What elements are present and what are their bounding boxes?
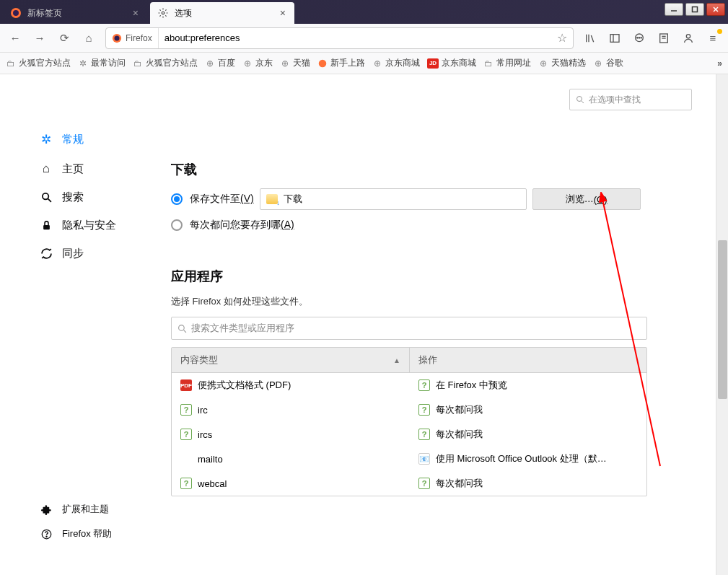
search-icon xyxy=(39,191,53,203)
window-controls xyxy=(665,3,725,16)
sidebar-toggle-button[interactable] xyxy=(604,27,626,49)
bookmark-item[interactable]: JD京东商城 xyxy=(427,57,476,69)
question-icon: ? xyxy=(418,379,430,391)
column-header-action[interactable]: 操作 xyxy=(410,348,646,372)
question-icon: ? xyxy=(180,429,192,440)
bookmark-item[interactable]: ✲最常访问 xyxy=(78,57,126,69)
bookmark-item[interactable]: ⊕天猫精选 xyxy=(538,57,586,69)
applications-table: 内容类型 ▲ 操作 PDF便携式文档格式 (PDF) ?在 Firefox 中预… xyxy=(171,347,647,496)
table-row[interactable]: mailto 📧使用 Microsoft Office Outlook 处理（默… xyxy=(172,447,646,471)
url-bar[interactable]: Firefox ☆ xyxy=(105,27,574,49)
preferences-content: ✲ 常规 ⌂ 主页 搜索 隐私与安全 同步 扩展和主题 Firefox 帮助 xyxy=(0,74,728,575)
download-ask-row: 每次都问您要存到哪(A) xyxy=(171,219,692,232)
sidebar-item-privacy[interactable]: 隐私与安全 xyxy=(0,211,171,240)
bookmark-item[interactable]: ⊕百度 xyxy=(205,57,235,69)
nav-toolbar: ← → ⟳ ⌂ Firefox ☆ ≡ xyxy=(0,24,728,53)
sidebar-item-label: 搜索 xyxy=(62,190,84,204)
home-button[interactable]: ⌂ xyxy=(78,27,100,49)
window-titlebar: 新标签页 × 选项 × xyxy=(0,0,728,24)
svg-point-2 xyxy=(162,12,165,14)
browse-button[interactable]: 浏览…(O) xyxy=(532,188,641,210)
radio-label: 保存文件至(V) xyxy=(190,193,254,206)
browser-tab-inactive[interactable]: 新标签页 × xyxy=(3,2,147,24)
bookmark-item[interactable]: ⊕京东 xyxy=(242,57,273,69)
radio-always-ask[interactable] xyxy=(171,219,183,231)
svg-point-23 xyxy=(42,193,48,200)
forward-button[interactable]: → xyxy=(29,27,51,49)
menu-button[interactable]: ≡ xyxy=(702,27,724,49)
preferences-sidebar: ✲ 常规 ⌂ 主页 搜索 隐私与安全 同步 扩展和主题 Firefox 帮助 xyxy=(0,74,171,575)
sidebar-item-help[interactable]: Firefox 帮助 xyxy=(0,522,171,546)
sort-indicator-icon: ▲ xyxy=(393,356,400,364)
bookmark-item[interactable]: 🗀火狐官方站点 xyxy=(133,57,198,69)
url-input[interactable] xyxy=(159,28,551,48)
outlook-icon: 📧 xyxy=(418,453,430,465)
sidebar-item-extensions[interactable]: 扩展和主题 xyxy=(0,497,171,522)
help-icon xyxy=(39,529,53,540)
bookmark-item[interactable]: 🗀火狐官方站点 xyxy=(6,57,71,69)
bookmark-item[interactable]: 新手上路 xyxy=(317,57,365,69)
browser-tab-active[interactable]: 选项 × xyxy=(150,2,294,24)
question-icon: ? xyxy=(418,478,430,489)
download-path-field[interactable]: 下载 xyxy=(260,188,527,210)
chat-icon[interactable] xyxy=(628,27,650,49)
sidebar-footer: 扩展和主题 Firefox 帮助 xyxy=(0,497,171,546)
tab-title: 新标签页 xyxy=(27,7,62,19)
globe-icon: ⊕ xyxy=(242,58,253,69)
table-row[interactable]: ?irc ?每次都问我 xyxy=(172,398,646,422)
question-icon: ? xyxy=(418,429,430,440)
reload-button[interactable]: ⟳ xyxy=(53,27,75,49)
maximize-button[interactable] xyxy=(685,3,704,16)
svg-rect-4 xyxy=(693,7,698,12)
bookmark-item[interactable]: ⊕天猫 xyxy=(280,57,310,69)
minimize-button[interactable] xyxy=(665,3,683,16)
bookmark-item[interactable]: ⊕京东商城 xyxy=(372,57,420,69)
bookmarks-overflow-button[interactable]: » xyxy=(717,58,722,69)
site-identity[interactable]: Firefox xyxy=(106,28,159,48)
sidebar-item-label: 隐私与安全 xyxy=(62,219,116,232)
lock-icon xyxy=(39,219,53,232)
bookmark-item[interactable]: 🗀常用网址 xyxy=(483,57,531,69)
sidebar-item-general[interactable]: ✲ 常规 xyxy=(0,125,171,154)
firefox-favicon xyxy=(10,7,22,19)
svg-point-17 xyxy=(641,37,641,38)
applications-description: 选择 Firefox 如何处理这些文件。 xyxy=(171,295,692,308)
radio-save-to[interactable] xyxy=(171,193,183,205)
search-icon xyxy=(177,324,187,333)
tab-close-button[interactable]: × xyxy=(130,7,141,19)
table-row[interactable]: PDF便携式文档格式 (PDF) ?在 Firefox 中预览 xyxy=(172,373,646,398)
sidebar-item-home[interactable]: ⌂ 主页 xyxy=(0,154,171,183)
gear-icon: ✲ xyxy=(39,132,53,147)
tab-title: 选项 xyxy=(175,7,192,19)
scrollbar-thumb[interactable] xyxy=(718,240,727,399)
sidebar-item-search[interactable]: 搜索 xyxy=(0,183,171,211)
bookmark-star-button[interactable]: ☆ xyxy=(551,31,573,45)
preferences-search-input[interactable]: 在选项中查找 xyxy=(569,89,692,110)
column-header-type[interactable]: 内容类型 ▲ xyxy=(172,348,410,372)
table-header: 内容类型 ▲ 操作 xyxy=(172,348,646,373)
svg-point-28 xyxy=(577,97,582,102)
search-placeholder: 搜索文件类型或应用程序 xyxy=(191,322,294,335)
firefox-icon xyxy=(112,33,122,43)
sidebar-item-label: 主页 xyxy=(62,162,84,176)
vertical-scrollbar[interactable] xyxy=(716,74,728,575)
sidebar-item-sync[interactable]: 同步 xyxy=(0,240,171,268)
search-placeholder: 在选项中查找 xyxy=(589,94,641,106)
folder-icon: 🗀 xyxy=(133,58,143,69)
account-button[interactable] xyxy=(677,27,699,49)
bookmark-item[interactable]: ⊕谷歌 xyxy=(593,57,623,69)
table-row[interactable]: ?webcal ?每次都问我 xyxy=(172,471,646,496)
tab-close-button[interactable]: × xyxy=(277,7,289,19)
reader-icon[interactable] xyxy=(653,27,675,49)
library-button[interactable] xyxy=(579,27,601,49)
bookmarks-toolbar: 🗀火狐官方站点 ✲最常访问 🗀火狐官方站点 ⊕百度 ⊕京东 ⊕天猫 新手上路 ⊕… xyxy=(0,53,728,74)
puzzle-icon xyxy=(39,504,53,515)
table-row[interactable]: ?ircs ?每次都问我 xyxy=(172,422,646,447)
close-window-button[interactable] xyxy=(706,3,725,16)
applications-search-input[interactable]: 搜索文件类型或应用程序 xyxy=(171,317,647,340)
svg-point-1 xyxy=(13,10,19,16)
globe-icon: ⊕ xyxy=(538,58,548,69)
back-button[interactable]: ← xyxy=(4,27,26,49)
sidebar-item-label: 扩展和主题 xyxy=(62,503,109,516)
download-save-row: 保存文件至(V) 下载 浏览…(O) xyxy=(171,188,692,210)
